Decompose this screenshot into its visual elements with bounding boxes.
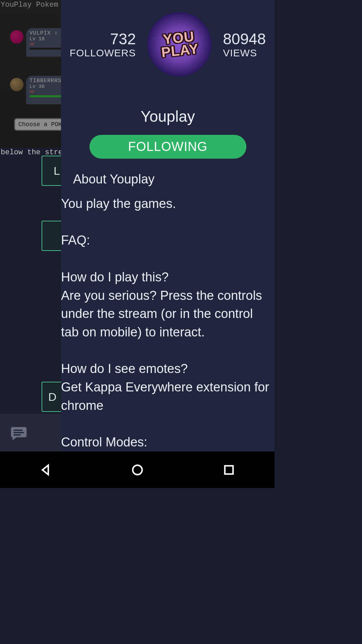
avatar-logo-text: YOU PLAY: [147, 28, 212, 60]
recent-icon: [222, 463, 236, 477]
followers-stat: 732 FOLLOWERS: [70, 30, 136, 59]
stream-title: YouPlay Pokem: [1, 1, 58, 9]
followers-count: 732: [70, 30, 136, 48]
about-body[interactable]: You play the games. FAQ: How do I play t…: [61, 186, 275, 451]
choose-pokemon-prompt: Choose a POK: [14, 118, 66, 131]
nav-recent-button[interactable]: [218, 459, 240, 481]
profile-panel: 732 FOLLOWERS YOU PLAY 80948 VIEWS Youpl…: [61, 0, 275, 451]
channel-avatar[interactable]: YOU PLAY: [147, 12, 212, 76]
followers-label: FOLLOWERS: [70, 47, 136, 59]
svg-point-0: [133, 465, 142, 475]
control-button-label: D: [48, 390, 57, 404]
following-button-label: FOLLOWING: [128, 140, 207, 154]
android-nav-bar: [0, 451, 275, 488]
svg-rect-1: [225, 466, 233, 474]
about-heading: About Youplay: [73, 172, 275, 186]
control-button-label: L: [54, 164, 60, 177]
nav-back-button[interactable]: [35, 459, 57, 481]
back-icon: [39, 463, 53, 477]
nav-home-button[interactable]: [127, 459, 148, 481]
pokemon-icon: [10, 30, 23, 44]
pokemon-icon: [10, 78, 23, 91]
home-icon: [130, 463, 144, 477]
views-label: VIEWS: [223, 47, 266, 59]
views-count: 80948: [223, 30, 266, 48]
channel-name: Youplay: [61, 107, 275, 125]
views-stat: 80948 VIEWS: [223, 30, 266, 59]
following-button[interactable]: FOLLOWING: [89, 135, 246, 159]
chat-button[interactable]: [9, 424, 28, 443]
profile-header: 732 FOLLOWERS YOU PLAY 80948 VIEWS: [61, 0, 275, 83]
chat-icon: [9, 424, 28, 443]
